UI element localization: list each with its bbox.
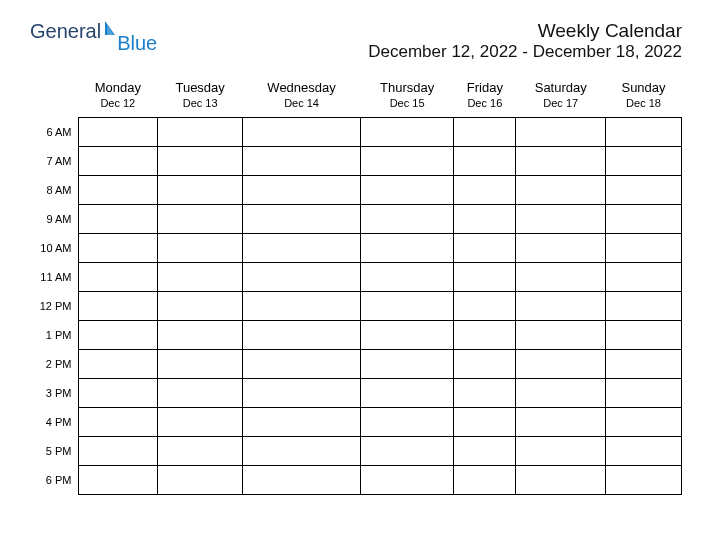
day-head: Thursday Dec 15	[360, 80, 453, 111]
calendar-cell[interactable]	[516, 117, 606, 146]
calendar-cell[interactable]	[78, 146, 158, 175]
calendar-cell[interactable]	[360, 146, 453, 175]
calendar-cell[interactable]	[158, 465, 243, 494]
calendar-cell[interactable]	[158, 233, 243, 262]
calendar-cell[interactable]	[78, 407, 158, 436]
calendar-cell[interactable]	[78, 233, 158, 262]
calendar-cell[interactable]	[78, 204, 158, 233]
calendar-cell[interactable]	[516, 465, 606, 494]
calendar-cell[interactable]	[158, 262, 243, 291]
calendar-cell[interactable]	[158, 175, 243, 204]
calendar-cell[interactable]	[454, 465, 516, 494]
calendar-cell[interactable]	[78, 378, 158, 407]
calendar-cell[interactable]	[606, 117, 682, 146]
calendar-cell[interactable]	[516, 407, 606, 436]
calendar-cell[interactable]	[360, 204, 453, 233]
calendar-cell[interactable]	[78, 436, 158, 465]
calendar-cell[interactable]	[243, 407, 361, 436]
calendar-cell[interactable]	[516, 378, 606, 407]
calendar-cell[interactable]	[606, 320, 682, 349]
calendar-cell[interactable]	[454, 117, 516, 146]
calendar-cell[interactable]	[454, 291, 516, 320]
calendar-cell[interactable]	[243, 146, 361, 175]
calendar-cell[interactable]	[243, 291, 361, 320]
calendar-cell[interactable]	[243, 262, 361, 291]
calendar-cell[interactable]	[516, 204, 606, 233]
calendar-cell[interactable]	[454, 146, 516, 175]
calendar-cell[interactable]	[243, 204, 361, 233]
calendar-cell[interactable]	[158, 320, 243, 349]
calendar-cell[interactable]	[360, 117, 453, 146]
calendar-cell[interactable]	[360, 233, 453, 262]
calendar-cell[interactable]	[516, 175, 606, 204]
calendar-cell[interactable]	[78, 262, 158, 291]
calendar-cell[interactable]	[516, 291, 606, 320]
calendar-cell[interactable]	[516, 436, 606, 465]
day-name: Sunday	[606, 80, 682, 95]
calendar-cell[interactable]	[454, 262, 516, 291]
calendar-cell[interactable]	[78, 320, 158, 349]
calendar-cell[interactable]	[606, 175, 682, 204]
calendar-cell[interactable]	[360, 291, 453, 320]
calendar-cell[interactable]	[454, 349, 516, 378]
calendar-cell[interactable]	[158, 349, 243, 378]
calendar-cell[interactable]	[243, 465, 361, 494]
calendar-cell[interactable]	[360, 175, 453, 204]
logo: General Blue	[30, 20, 165, 43]
calendar-cell[interactable]	[243, 436, 361, 465]
time-label: 11 AM	[30, 262, 78, 291]
calendar-cell[interactable]	[360, 465, 453, 494]
calendar-cell[interactable]	[606, 349, 682, 378]
calendar-cell[interactable]	[606, 146, 682, 175]
calendar-cell[interactable]	[78, 349, 158, 378]
calendar-cell[interactable]	[606, 436, 682, 465]
calendar-cell[interactable]	[454, 204, 516, 233]
calendar-cell[interactable]	[243, 175, 361, 204]
calendar-cell[interactable]	[360, 436, 453, 465]
calendar-cell[interactable]	[516, 262, 606, 291]
calendar-cell[interactable]	[158, 117, 243, 146]
calendar-cell[interactable]	[243, 117, 361, 146]
calendar-cell[interactable]	[78, 465, 158, 494]
calendar-cell[interactable]	[606, 291, 682, 320]
calendar-cell[interactable]	[243, 378, 361, 407]
logo-text-blue: Blue	[117, 32, 157, 55]
calendar-cell[interactable]	[243, 349, 361, 378]
calendar-cell[interactable]	[78, 117, 158, 146]
header-row: General Blue Weekly Calendar December 12…	[30, 20, 682, 62]
calendar-cell[interactable]	[158, 204, 243, 233]
calendar-cell[interactable]	[360, 349, 453, 378]
day-date: Dec 18	[606, 97, 682, 109]
calendar-cell[interactable]	[78, 291, 158, 320]
calendar-cell[interactable]	[158, 407, 243, 436]
logo-text-general: General	[30, 20, 101, 43]
calendar-cell[interactable]	[606, 465, 682, 494]
calendar-cell[interactable]	[158, 291, 243, 320]
calendar-cell[interactable]	[360, 262, 453, 291]
calendar-cell[interactable]	[454, 320, 516, 349]
calendar-cell[interactable]	[454, 407, 516, 436]
calendar-cell[interactable]	[606, 204, 682, 233]
calendar-cell[interactable]	[516, 349, 606, 378]
calendar-cell[interactable]	[516, 233, 606, 262]
calendar-cell[interactable]	[606, 378, 682, 407]
calendar-cell[interactable]	[243, 233, 361, 262]
calendar-cell[interactable]	[243, 320, 361, 349]
calendar-cell[interactable]	[158, 436, 243, 465]
time-label: 4 PM	[30, 407, 78, 436]
calendar-cell[interactable]	[606, 407, 682, 436]
calendar-cell[interactable]	[516, 146, 606, 175]
calendar-cell[interactable]	[360, 378, 453, 407]
calendar-cell[interactable]	[606, 233, 682, 262]
calendar-cell[interactable]	[606, 262, 682, 291]
calendar-cell[interactable]	[454, 175, 516, 204]
calendar-cell[interactable]	[454, 436, 516, 465]
calendar-cell[interactable]	[454, 233, 516, 262]
calendar-cell[interactable]	[158, 378, 243, 407]
calendar-cell[interactable]	[360, 320, 453, 349]
calendar-cell[interactable]	[516, 320, 606, 349]
calendar-cell[interactable]	[78, 175, 158, 204]
calendar-cell[interactable]	[360, 407, 453, 436]
calendar-cell[interactable]	[158, 146, 243, 175]
calendar-cell[interactable]	[454, 378, 516, 407]
